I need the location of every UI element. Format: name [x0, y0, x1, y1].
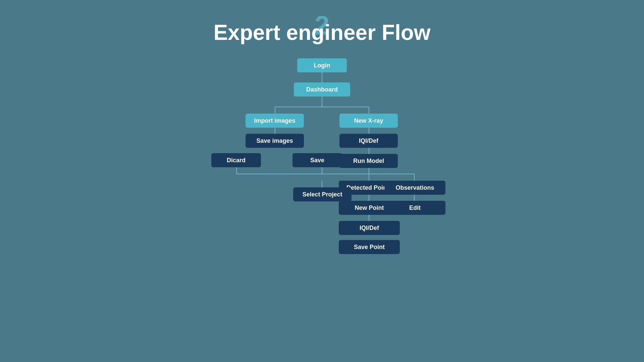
flow-canvas: Login Dashboard Import images New X-ray … [171, 58, 473, 246]
dicard-node[interactable]: Dicard [211, 153, 261, 167]
edit-node[interactable]: Edit [384, 201, 445, 215]
import-images-node[interactable]: Import images [246, 114, 304, 128]
run-model-node[interactable]: Run Model [339, 154, 398, 168]
dashboard-node[interactable]: Dashboard [294, 82, 350, 97]
page-wrapper: 2 Expert engineer Flow [0, 0, 644, 362]
save-images-node[interactable]: Save images [246, 134, 304, 148]
title-container: 2 Expert engineer Flow [213, 20, 430, 45]
observations-node[interactable]: Observations [384, 181, 445, 195]
save-point-node[interactable]: Save Point [339, 240, 400, 254]
iqi-def-bottom-node[interactable]: IQI/Def [339, 221, 400, 235]
login-node[interactable]: Login [297, 58, 347, 72]
iqi-def-top-node[interactable]: IQI/Def [339, 134, 398, 148]
page-title: Expert engineer Flow [213, 20, 430, 45]
new-xray-node[interactable]: New X-ray [339, 114, 398, 128]
select-project-node[interactable]: Select Project [293, 187, 352, 201]
save-node[interactable]: Save [292, 153, 342, 167]
